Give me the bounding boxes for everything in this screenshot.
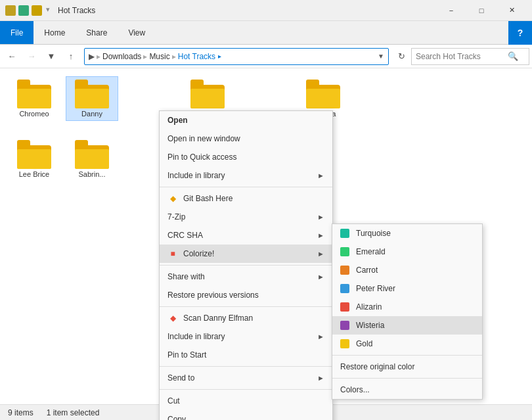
ctx-sep3 xyxy=(160,306,332,307)
folder-sabrina[interactable]: Sabrin... xyxy=(66,137,118,181)
breadcrumb[interactable]: ▶ ▸ Downloads ▸ Music ▸ Hot Tracks ▸ ▼ xyxy=(84,48,389,65)
sub-label: Colors... xyxy=(340,385,370,394)
folder-chromeo[interactable]: Chromeo xyxy=(8,76,60,121)
folder-icon xyxy=(17,140,51,169)
sub-wisteria[interactable]: Wisteria xyxy=(332,316,482,335)
title-bar: ▾ Hot Tracks − □ ✕ xyxy=(0,0,532,21)
sub-gold[interactable]: Gold xyxy=(332,335,482,353)
submenu-arrow: ► xyxy=(317,172,324,179)
ctx-sep1 xyxy=(160,187,332,187)
sub-peter-river[interactable]: Peter River xyxy=(332,279,482,298)
ctx-7zip[interactable]: 7-Zip ► xyxy=(160,208,332,226)
sub-colors[interactable]: Colors... xyxy=(332,381,482,399)
window-title: Hot Tracks xyxy=(55,6,436,15)
sub-turquoise[interactable]: Turquoise xyxy=(332,224,482,243)
ctx-send-to[interactable]: Send to ► xyxy=(160,369,332,387)
scan-icon: ◆ xyxy=(167,313,178,323)
sub-label: Peter River xyxy=(356,284,395,293)
sub-alizarin[interactable]: Alizarin xyxy=(332,298,482,316)
ctx-label: Colorize! xyxy=(183,249,214,258)
sub-label: Wisteria xyxy=(356,321,384,330)
ctx-colorize[interactable]: ■ Colorize! ► xyxy=(160,245,332,263)
ctx-label: Open xyxy=(167,116,188,125)
wisteria-swatch xyxy=(340,321,349,330)
turquoise-swatch xyxy=(340,229,349,238)
breadcrumb-downloads: Downloads xyxy=(102,52,141,61)
sub-emerald[interactable]: Emerald xyxy=(332,243,482,261)
app-icon2 xyxy=(18,5,29,16)
up-button[interactable]: ↑ xyxy=(62,47,80,66)
help-button[interactable]: ? xyxy=(508,21,532,45)
bc-sep2: ▸ xyxy=(172,52,176,61)
breadcrumb-part: ▶ xyxy=(89,52,95,61)
tab-file[interactable]: File xyxy=(0,21,33,44)
folder-icon xyxy=(306,80,340,108)
maximize-button[interactable]: □ xyxy=(466,0,497,21)
colorize-submenu: Turquoise Emerald Carrot Peter River Ali… xyxy=(332,223,483,400)
colorize-icon: ■ xyxy=(167,248,178,259)
ctx-label: Pin to Start xyxy=(167,350,206,360)
app-icon3 xyxy=(32,5,42,16)
sub-label: Emerald xyxy=(356,247,386,256)
tab-share[interactable]: Share xyxy=(76,21,118,44)
ctx-scan[interactable]: ◆ Scan Danny Elfman xyxy=(160,309,332,327)
submenu-arrow: ► xyxy=(317,250,324,258)
ctx-crc-sha[interactable]: CRC SHA ► xyxy=(160,226,332,245)
search-input[interactable] xyxy=(416,52,508,61)
search-box: 🔍 xyxy=(411,48,529,65)
ctx-pin-quick[interactable]: Pin to Quick access xyxy=(160,148,332,166)
ctx-git-bash[interactable]: ◆ Git Bash Here xyxy=(160,189,332,208)
ctx-label: Include in library xyxy=(167,332,225,341)
folder-lee-brice[interactable]: Lee Brice xyxy=(8,137,60,181)
ctx-open-new-window[interactable]: Open in new window xyxy=(160,129,332,148)
recent-button[interactable]: ▼ xyxy=(42,47,60,66)
minimize-button[interactable]: − xyxy=(436,0,466,21)
back-button[interactable]: ← xyxy=(3,47,21,66)
folder-danny[interactable]: Danny xyxy=(66,76,118,121)
ctx-label: Git Bash Here xyxy=(183,194,233,203)
tab-home[interactable]: Home xyxy=(33,21,76,44)
close-button[interactable]: ✕ xyxy=(497,0,527,21)
ctx-restore-prev[interactable]: Restore previous versions xyxy=(160,286,332,304)
submenu-arrow: ► xyxy=(317,213,324,221)
submenu-arrow: ► xyxy=(317,374,324,382)
bc-arrow: ▸ xyxy=(218,53,221,60)
ctx-label: Copy xyxy=(167,415,186,420)
ctx-label: Restore previous versions xyxy=(167,291,259,300)
context-menu: Open Open in new window Pin to Quick acc… xyxy=(159,110,333,420)
sub-carrot[interactable]: Carrot xyxy=(332,261,482,279)
ctx-label: Include in library xyxy=(167,171,225,180)
sub-sep2 xyxy=(332,378,482,379)
submenu-arrow: ► xyxy=(317,231,324,239)
sub-label: Gold xyxy=(356,339,372,348)
tab-view[interactable]: View xyxy=(118,21,156,44)
ctx-copy[interactable]: Copy xyxy=(160,410,332,420)
folder-icon xyxy=(75,80,109,108)
ctx-cut[interactable]: Cut xyxy=(160,392,332,410)
ctx-sep5 xyxy=(160,389,332,390)
ctx-share-with[interactable]: Share with ► xyxy=(160,268,332,286)
ctx-include-lib2[interactable]: Include in library ► xyxy=(160,327,332,346)
ctx-label: Pin to Quick access xyxy=(167,152,236,162)
alizarin-swatch xyxy=(340,302,349,312)
ctx-sep4 xyxy=(160,366,332,367)
sub-restore-color[interactable]: Restore original color xyxy=(332,358,482,376)
ribbon: File Home Share View ? xyxy=(0,21,532,45)
refresh-button[interactable]: ↻ xyxy=(393,48,410,65)
forward-button[interactable]: → xyxy=(22,47,41,66)
sub-label: Alizarin xyxy=(356,302,382,312)
git-icon: ◆ xyxy=(167,193,178,204)
ctx-open[interactable]: Open xyxy=(160,111,332,129)
ctx-label: Scan Danny Elfman xyxy=(183,314,253,323)
ctx-include-library[interactable]: Include in library ► xyxy=(160,166,332,185)
sub-sep1 xyxy=(332,355,482,356)
bc-dropdown[interactable]: ▼ xyxy=(378,53,384,60)
gold-swatch xyxy=(340,339,349,348)
ctx-label: Cut xyxy=(167,396,180,406)
ctx-label: Share with xyxy=(167,272,205,281)
folder-label: Chromeo xyxy=(19,110,49,118)
ctx-pin-start[interactable]: Pin to Start xyxy=(160,346,332,364)
folder-icon xyxy=(17,80,51,108)
window-controls: − □ ✕ xyxy=(436,0,527,21)
submenu-arrow: ► xyxy=(317,273,324,281)
